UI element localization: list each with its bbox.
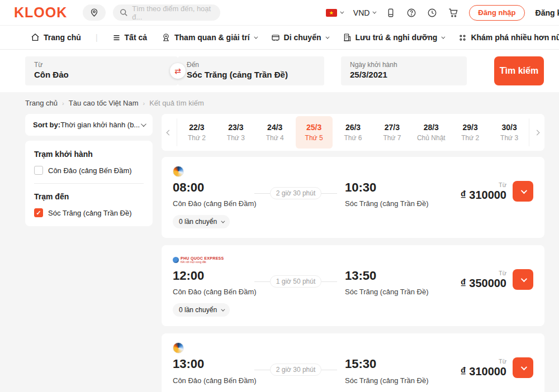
hotel-building-icon <box>343 33 352 42</box>
search-submit-button[interactable]: Tìm kiếm <box>494 56 544 85</box>
filters-sidebar: Sort by: Thời gian khởi hành (b... Trạm … <box>25 114 153 392</box>
filter-option-arrive[interactable]: ✓ Sóc Trăng (cảng Trần Đề) <box>34 208 144 217</box>
date-cell[interactable]: 24/3Thứ 4 <box>257 116 293 149</box>
chevron-down-icon <box>520 364 527 370</box>
search-icon <box>120 8 128 17</box>
departure-time: 08:00 <box>173 181 262 194</box>
station-filters: Trạm khởi hành Côn Đảo (cảng Bến Đầm) Tr… <box>25 141 153 226</box>
recent-history-icon[interactable] <box>427 8 437 18</box>
cart-icon[interactable] <box>448 7 458 18</box>
date-carousel: 22/3Thứ 2 23/3Thứ 3 24/3Thứ 4 25/3Thứ 5 … <box>162 114 544 151</box>
date-label: 29/3 <box>463 123 478 132</box>
chevron-down-icon <box>254 35 258 39</box>
expand-trip-button[interactable] <box>513 181 533 202</box>
arrival-time: 13:50 <box>345 269 434 283</box>
help-icon[interactable] <box>406 8 416 18</box>
nav-stay[interactable]: Lưu trú & nghỉ dưỡng <box>343 33 444 42</box>
chevron-down-icon <box>340 10 344 14</box>
carousel-prev-button[interactable] <box>162 114 177 151</box>
expand-trip-button[interactable] <box>513 357 533 378</box>
from-field[interactable]: Từ Côn Đảo <box>25 56 178 85</box>
expand-trip-button[interactable] <box>513 269 533 290</box>
breadcrumb-separator: › <box>143 100 145 107</box>
price-block: Từ ₫ 310000 <box>460 357 533 378</box>
chevron-down-icon <box>442 35 446 39</box>
home-icon <box>31 33 40 42</box>
date-cell[interactable]: 27/3Thứ 7 <box>373 116 410 149</box>
breadcrumb: Trang chủ › Tàu cao tốc Việt Nam › Kết q… <box>25 99 559 107</box>
nav-transport[interactable]: Di chuyển <box>271 33 328 42</box>
depart-filter-title: Trạm khởi hành <box>34 150 144 159</box>
departure-info: 12:00 Côn Đảo (cảng Bến Đầm) <box>173 269 262 296</box>
date-label: 30/3 <box>501 123 517 132</box>
date-cell[interactable]: 28/3Chủ Nhật <box>413 116 449 149</box>
departure-info: 08:00 Côn Đảo (cảng Bến Đầm) <box>173 181 262 208</box>
weekday-label: Thứ 3 <box>500 134 518 142</box>
arrival-station: Sóc Trăng (cảng Trần Đề) <box>345 199 434 208</box>
checkbox-checked[interactable]: ✓ <box>34 208 43 217</box>
ferris-wheel-icon <box>162 33 170 42</box>
menu-icon <box>112 34 121 42</box>
login-button[interactable]: Đăng nhập <box>469 5 524 21</box>
language-selector[interactable]: ★ <box>326 9 343 17</box>
nav-home-label: Trang chủ <box>44 33 81 42</box>
chevron-down-icon <box>325 35 329 39</box>
swap-stations-button[interactable]: ⇄ <box>170 63 186 79</box>
carousel-next-button[interactable] <box>529 114 544 151</box>
arrival-time: 10:30 <box>345 181 434 194</box>
divider <box>177 118 177 146</box>
checkbox-unchecked[interactable] <box>34 166 43 175</box>
arrival-station: Sóc Trăng (cảng Trần Đề) <box>345 288 434 296</box>
chevron-down-icon <box>520 187 527 193</box>
connector-line <box>321 193 337 194</box>
location-button[interactable] <box>83 4 106 21</box>
signup-link[interactable]: Đăng ký <box>536 8 559 17</box>
connector-line <box>321 370 337 370</box>
weekday-label: Thứ 7 <box>383 134 401 142</box>
nav-attractions[interactable]: Tham quan & giải trí <box>162 33 257 42</box>
nav-home[interactable]: Trang chủ <box>31 33 81 42</box>
date-cell[interactable]: 26/3Thứ 6 <box>335 116 372 149</box>
sort-by-label: Sort by: <box>33 121 60 129</box>
departure-date-field[interactable]: Ngày khởi hành 25/3/2021 <box>341 56 467 85</box>
nav-explore-label: Khám phá nhiều hơn nữa <box>471 33 559 42</box>
breadcrumb-category[interactable]: Tàu cao tốc Việt Nam <box>69 99 139 107</box>
nav-divider: | <box>96 33 98 42</box>
mobile-app-icon[interactable] <box>386 8 396 18</box>
weekday-label: Thứ 6 <box>344 134 362 142</box>
to-field[interactable]: Đến Sóc Trăng (cảng Trần Đề) <box>178 56 324 85</box>
date-cell[interactable]: 30/3Thứ 3 <box>491 116 528 149</box>
arrival-info: 10:30 Sóc Trăng (cảng Trần Đề) <box>345 181 434 208</box>
chevron-down-icon <box>221 219 225 223</box>
trip-result-card: PHU QUOC EXPRESS Kết nối mọi vùng đất 12… <box>162 245 544 326</box>
location-pin-icon <box>89 8 99 17</box>
weekday-label: Thứ 4 <box>266 134 284 142</box>
date-label: 25/3 <box>306 123 321 132</box>
nav-explore-more[interactable]: Khám phá nhiều hơn nữa <box>458 33 559 42</box>
sort-by-dropdown[interactable]: Sort by: Thời gian khởi hành (b... <box>25 114 153 136</box>
transfers-toggle[interactable]: 0 lần chuyển <box>173 215 230 228</box>
connector-line <box>321 281 337 282</box>
connector-line <box>254 370 270 370</box>
date-cell[interactable]: 22/3Thứ 2 <box>178 116 215 149</box>
header-search-box[interactable]: Tìm theo điểm đến, hoạt đ... <box>113 4 220 21</box>
departure-time: 13:00 <box>173 357 262 371</box>
breadcrumb-home[interactable]: Trang chủ <box>25 99 58 107</box>
weekday-label: Chủ Nhật <box>417 134 446 142</box>
date-cell-selected[interactable]: 25/3Thứ 5 <box>296 116 333 149</box>
date-cell[interactable]: 23/3Thứ 3 <box>217 116 254 149</box>
duration-badge: 1 giờ 50 phút <box>270 275 322 288</box>
chevron-left-icon <box>167 130 172 135</box>
price-value: ₫ 310000 <box>460 189 506 202</box>
top-header: KLOOK Tìm theo điểm đến, hoạt đ... ★ VND <box>0 0 559 25</box>
transfers-toggle[interactable]: 0 lần chuyển <box>173 303 230 317</box>
price-from-label: Từ <box>460 181 506 188</box>
currency-selector[interactable]: VND <box>353 8 376 17</box>
sort-by-value: Thời gian khởi hành (b... <box>60 121 140 129</box>
chevron-down-icon <box>373 10 377 14</box>
filter-option-depart[interactable]: Côn Đảo (cảng Bến Đầm) <box>34 166 144 175</box>
trip-result-card: 08:00 Côn Đảo (cảng Bến Đầm) 2 giờ 30 ph… <box>162 157 544 238</box>
nav-all-categories[interactable]: Tất cả <box>112 33 147 42</box>
date-cell[interactable]: 29/3Thứ 2 <box>452 116 489 149</box>
klook-logo[interactable]: KLOOK <box>14 4 67 21</box>
